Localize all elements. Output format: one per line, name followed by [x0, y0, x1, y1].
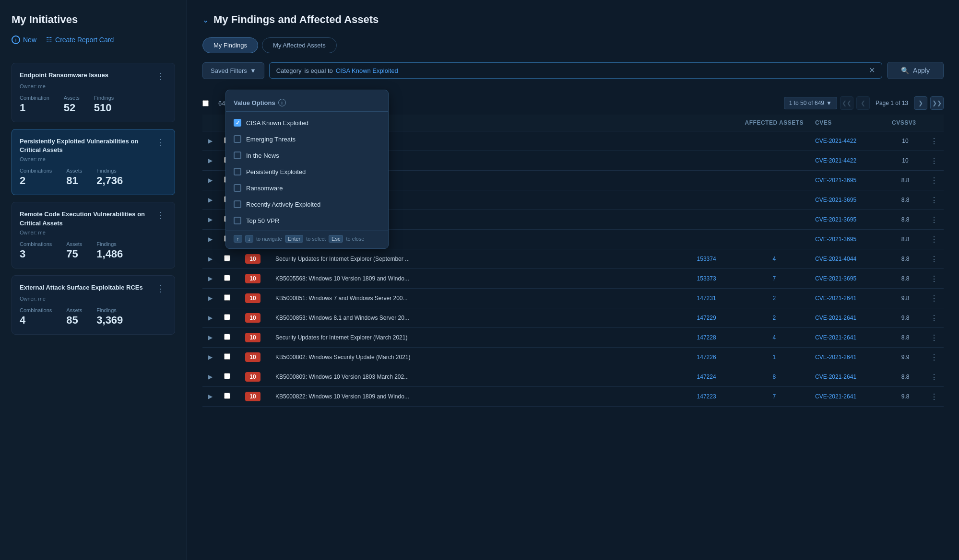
- row-expand-button[interactable]: ▶: [208, 138, 213, 144]
- cve-link[interactable]: CVE-2021-3695: [815, 216, 856, 223]
- plugin-id-link[interactable]: 153374: [697, 256, 716, 262]
- next-page-button[interactable]: ❯: [914, 96, 927, 110]
- row-checkbox[interactable]: [224, 255, 230, 261]
- row-menu-button[interactable]: ⋮: [930, 353, 938, 362]
- plugin-id-link[interactable]: 147231: [697, 295, 716, 302]
- cve-link[interactable]: CVE-2021-3695: [815, 236, 856, 243]
- cve-link[interactable]: CVE-2021-2641: [815, 315, 856, 321]
- dropdown-option-persistent[interactable]: Persistently Exploited: [226, 163, 388, 180]
- row-checkbox[interactable]: [224, 275, 230, 281]
- plugin-id-link[interactable]: 147229: [697, 315, 716, 321]
- initiative-menu-button[interactable]: ⋮: [154, 137, 167, 148]
- row-checkbox[interactable]: [224, 373, 230, 379]
- col-cvss-header[interactable]: CVSSv3: [886, 115, 924, 131]
- plugin-id-link[interactable]: 147223: [697, 393, 716, 400]
- cve-link[interactable]: CVE-2021-3695: [815, 177, 856, 184]
- row-expand-button[interactable]: ▶: [208, 177, 213, 184]
- row-checkbox[interactable]: [224, 334, 230, 340]
- dropdown-option-ransomware[interactable]: Ransomware: [226, 180, 388, 196]
- tab-my-findings[interactable]: My Findings: [202, 37, 258, 53]
- affected-assets-count: 1: [772, 354, 776, 361]
- row-expand-button[interactable]: ▶: [208, 334, 213, 341]
- saved-filters-button[interactable]: Saved Filters ▼: [202, 62, 264, 79]
- row-menu-button[interactable]: ⋮: [930, 215, 938, 224]
- collapse-icon[interactable]: ⌄: [202, 15, 209, 24]
- checkbox-cisa[interactable]: [234, 119, 241, 127]
- cve-link[interactable]: CVE-2021-2641: [815, 393, 856, 400]
- plugin-id-link[interactable]: 147224: [697, 373, 716, 380]
- dropdown-option-news[interactable]: In the News: [226, 147, 388, 163]
- dropdown-option-cisa[interactable]: CISA Known Exploited: [226, 115, 388, 131]
- cve-link[interactable]: CVE-2021-3695: [815, 197, 856, 203]
- row-menu-button[interactable]: ⋮: [930, 373, 938, 382]
- row-expand-button[interactable]: ▶: [208, 236, 213, 243]
- first-page-button[interactable]: ❮❮: [840, 96, 853, 110]
- initiative-menu-button[interactable]: ⋮: [154, 210, 167, 221]
- last-page-button[interactable]: ❯❯: [930, 96, 944, 110]
- initiative-card-2[interactable]: Persistently Exploited Vulnerabilities o…: [12, 129, 175, 195]
- dropdown-option-recent[interactable]: Recently Actively Exploited: [226, 196, 388, 212]
- col-affected-header[interactable]: Affected Assets: [739, 115, 809, 131]
- row-menu-button[interactable]: ⋮: [930, 156, 938, 165]
- page-range-button[interactable]: 1 to 50 of 649 ▼: [784, 97, 837, 109]
- filter-input[interactable]: Category is equal to CISA Known Exploite…: [269, 62, 882, 79]
- cve-link[interactable]: CVE-2021-2641: [815, 373, 856, 380]
- cve-link[interactable]: CVE-2021-2641: [815, 295, 856, 302]
- row-checkbox[interactable]: [224, 353, 230, 360]
- row-expand-button[interactable]: ▶: [208, 393, 213, 400]
- row-menu-button[interactable]: ⋮: [930, 176, 938, 185]
- row-expand-button[interactable]: ▶: [208, 275, 213, 282]
- plugin-id-link[interactable]: 147228: [697, 334, 716, 341]
- row-expand-button[interactable]: ▶: [208, 216, 213, 223]
- row-checkbox[interactable]: [224, 294, 230, 301]
- initiative-card-3[interactable]: Remote Code Execution Vulnerabilities on…: [12, 202, 175, 268]
- create-report-button[interactable]: ☷ Create Report Card: [46, 35, 114, 44]
- dropdown-option-top50[interactable]: Top 50 VPR: [226, 212, 388, 229]
- row-menu-button[interactable]: ⋮: [930, 235, 938, 244]
- checkbox-persistent[interactable]: [234, 168, 241, 175]
- row-menu-button[interactable]: ⋮: [930, 294, 938, 303]
- new-button[interactable]: + New: [12, 35, 36, 44]
- row-menu-button[interactable]: ⋮: [930, 196, 938, 205]
- initiative-menu-button[interactable]: ⋮: [154, 283, 167, 294]
- row-checkbox[interactable]: [224, 393, 230, 399]
- plugin-id-link[interactable]: 153373: [697, 275, 716, 282]
- col-cves-header[interactable]: CVEs: [809, 115, 886, 131]
- plugin-id-link[interactable]: 147226: [697, 354, 716, 361]
- row-expand-button[interactable]: ▶: [208, 295, 213, 302]
- cve-link[interactable]: CVE-2021-4422: [815, 157, 856, 164]
- cve-link[interactable]: CVE-2021-4422: [815, 138, 856, 144]
- initiative-menu-button[interactable]: ⋮: [154, 71, 167, 82]
- prev-page-button[interactable]: ❮: [856, 96, 870, 110]
- checkbox-emerging[interactable]: [234, 135, 241, 143]
- row-menu-button[interactable]: ⋮: [930, 137, 938, 146]
- row-menu-button[interactable]: ⋮: [930, 392, 938, 401]
- checkbox-recent[interactable]: [234, 200, 241, 208]
- checkbox-ransomware[interactable]: [234, 184, 241, 192]
- row-menu-button[interactable]: ⋮: [930, 314, 938, 323]
- row-menu-button[interactable]: ⋮: [930, 255, 938, 264]
- filter-clear-button[interactable]: ✕: [869, 67, 875, 74]
- tab-my-affected-assets[interactable]: My Affected Assets: [262, 37, 337, 53]
- row-menu-button[interactable]: ⋮: [930, 274, 938, 283]
- row-expand-button[interactable]: ▶: [208, 373, 213, 380]
- cve-link[interactable]: CVE-2021-2641: [815, 354, 856, 361]
- row-expand-button[interactable]: ▶: [208, 157, 213, 164]
- cve-link[interactable]: CVE-2021-2641: [815, 334, 856, 341]
- checkbox-news[interactable]: [234, 152, 241, 159]
- dropdown-option-emerging[interactable]: Emerging Threats: [226, 131, 388, 147]
- checkbox-top50[interactable]: [234, 217, 241, 224]
- row-checkbox[interactable]: [224, 314, 230, 320]
- cve-link[interactable]: CVE-2021-3695: [815, 275, 856, 282]
- row-expand-button[interactable]: ▶: [208, 256, 213, 262]
- row-expand-button[interactable]: ▶: [208, 354, 213, 361]
- select-all-checkbox[interactable]: [202, 100, 209, 106]
- initiative-card-1[interactable]: Endpoint Ransomware Issues ⋮ Owner: me C…: [12, 63, 175, 122]
- apply-button[interactable]: 🔍 Apply: [887, 62, 944, 79]
- info-icon[interactable]: i: [278, 99, 286, 106]
- initiative-card-4[interactable]: External Attack Surface Exploitable RCEs…: [12, 275, 175, 335]
- cve-link[interactable]: CVE-2021-4044: [815, 256, 856, 262]
- row-expand-button[interactable]: ▶: [208, 315, 213, 321]
- row-menu-button[interactable]: ⋮: [930, 333, 938, 342]
- row-expand-button[interactable]: ▶: [208, 197, 213, 203]
